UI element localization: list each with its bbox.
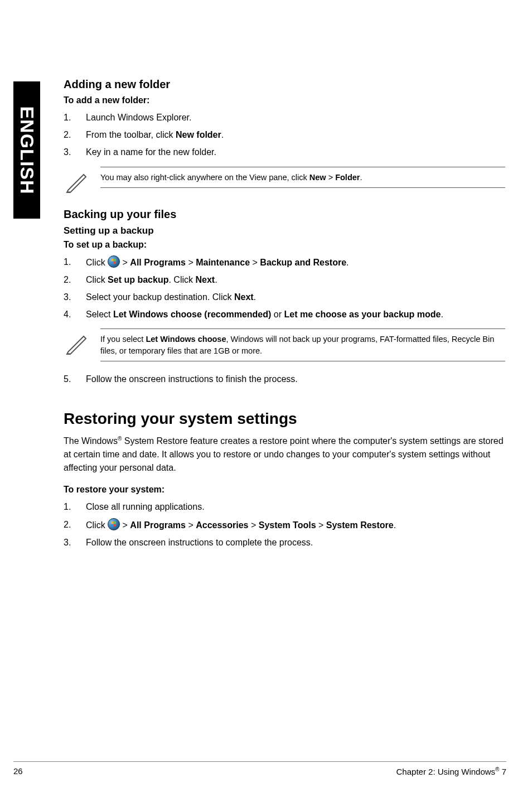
list-item: 3. Key in a name for the new folder. — [64, 146, 505, 158]
step-text: Click > All Programs > Accessories > Sys… — [86, 518, 505, 532]
step-number: 1. — [64, 255, 86, 269]
start-orb-icon — [108, 518, 120, 530]
backing-sub2: To set up a backup: — [64, 240, 505, 250]
backing-steps-cont: 5. Follow the onscreen instructions to f… — [64, 373, 505, 385]
language-tab-label: ENGLISH — [16, 106, 38, 194]
note-block: You may also right-click anywhere on the… — [64, 167, 505, 197]
note-text: If you select Let Windows choose, Window… — [100, 328, 505, 361]
adding-steps: 1. Launch Windows Explorer. 2. From the … — [64, 111, 505, 159]
step-number: 2. — [64, 128, 86, 141]
step-number: 3. — [64, 146, 86, 158]
step-number: 3. — [64, 536, 86, 549]
main-content: Adding a new folder To add a new folder:… — [64, 78, 505, 555]
step-text: Key in a name for the new folder. — [86, 146, 505, 158]
step-text: Launch Windows Explorer. — [86, 111, 505, 124]
step-number: 5. — [64, 373, 86, 385]
list-item: 1. Close all running applications. — [64, 500, 505, 513]
step-number: 2. — [64, 518, 86, 532]
adding-title: Adding a new folder — [64, 78, 505, 91]
list-item: 2. Click > All Programs > Accessories > … — [64, 518, 505, 532]
step-text: Select your backup destination. Click Ne… — [86, 291, 505, 303]
pencil-note-icon — [64, 167, 90, 197]
step-text: Follow the onscreen instructions to fini… — [86, 373, 505, 385]
step-number: 3. — [64, 291, 86, 303]
backing-sub1: Setting up a backup — [64, 225, 505, 236]
adding-subtitle: To add a new folder: — [64, 95, 505, 105]
backing-steps: 1. Click > All Programs > Maintenance > … — [64, 255, 505, 321]
restoring-steps: 1. Close all running applications. 2. Cl… — [64, 500, 505, 549]
list-item: 3. Select your backup destination. Click… — [64, 291, 505, 303]
step-number: 2. — [64, 273, 86, 286]
step-text: Select Let Windows choose (recommended) … — [86, 308, 505, 321]
page-number: 26 — [13, 766, 23, 776]
list-item: 5. Follow the onscreen instructions to f… — [64, 373, 505, 385]
list-item: 3. Follow the onscreen instructions to c… — [64, 536, 505, 549]
restoring-sub: To restore your system: — [64, 485, 505, 495]
list-item: 1. Click > All Programs > Maintenance > … — [64, 255, 505, 269]
list-item: 2. Click Set up backup. Click Next. — [64, 273, 505, 286]
restoring-title: Restoring your system settings — [64, 410, 505, 428]
backing-title: Backing up your files — [64, 208, 505, 221]
step-number: 4. — [64, 308, 86, 321]
step-text: Follow the onscreen instructions to comp… — [86, 536, 505, 549]
step-text: Close all running applications. — [86, 500, 505, 513]
note-block: If you select Let Windows choose, Window… — [64, 328, 505, 361]
start-orb-icon — [108, 255, 120, 268]
step-number: 1. — [64, 111, 86, 124]
pencil-note-icon — [64, 328, 90, 359]
restoring-para: The Windows® System Restore feature crea… — [64, 434, 505, 475]
step-text: Click > All Programs > Maintenance > Bac… — [86, 255, 505, 269]
language-tab: ENGLISH — [13, 81, 40, 219]
list-item: 2. From the toolbar, click New folder. — [64, 128, 505, 141]
list-item: 4. Select Let Windows choose (recommende… — [64, 308, 505, 321]
step-number: 1. — [64, 500, 86, 513]
chapter-label: Chapter 2: Using Windows® 7 — [396, 766, 506, 776]
page-footer: 26 Chapter 2: Using Windows® 7 — [13, 761, 506, 776]
step-text: From the toolbar, click New folder. — [86, 128, 505, 141]
step-text: Click Set up backup. Click Next. — [86, 273, 505, 286]
list-item: 1. Launch Windows Explorer. — [64, 111, 505, 124]
note-text: You may also right-click anywhere on the… — [100, 167, 505, 188]
